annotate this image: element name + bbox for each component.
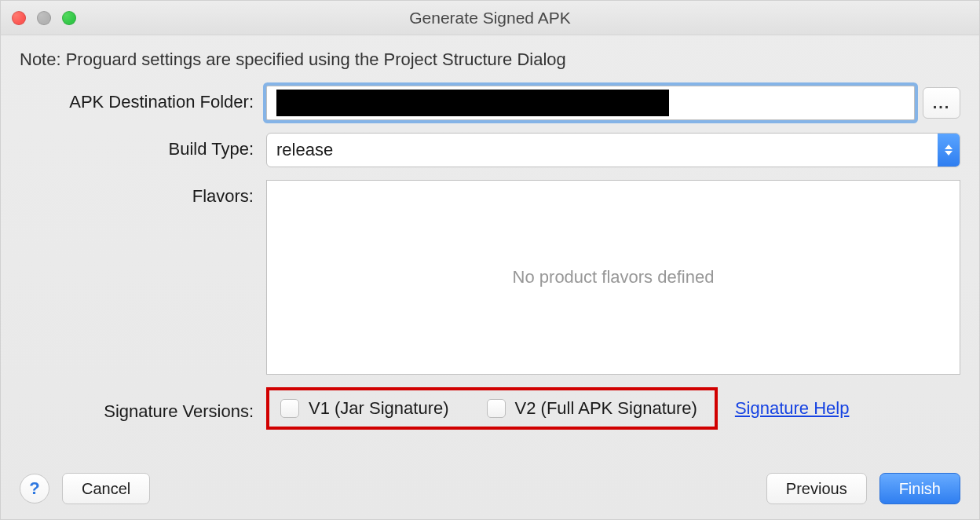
- minimize-window-icon[interactable]: [37, 11, 51, 25]
- chevron-updown-icon[interactable]: [938, 134, 960, 167]
- v1-checkbox[interactable]: V1 (Jar Signature): [280, 398, 449, 419]
- v1-label: V1 (Jar Signature): [309, 398, 449, 419]
- signature-versions-row: Signature Versions: V1 (Jar Signature) V…: [20, 387, 960, 430]
- build-type-label: Build Type:: [20, 133, 266, 159]
- window-title: Generate Signed APK: [1, 9, 979, 27]
- apk-folder-label: APK Destination Folder:: [20, 86, 266, 112]
- browse-button[interactable]: ...: [923, 87, 960, 119]
- flavors-listbox[interactable]: No product flavors defined: [266, 180, 960, 375]
- dialog-window: Generate Signed APK Note: Proguard setti…: [0, 0, 980, 520]
- help-button[interactable]: ?: [20, 474, 49, 504]
- flavors-row: Flavors: No product flavors defined: [20, 180, 960, 375]
- proguard-note: Note: Proguard settings are specified us…: [20, 49, 960, 70]
- cancel-button[interactable]: Cancel: [62, 473, 150, 504]
- window-controls: [12, 11, 76, 25]
- finish-button[interactable]: Finish: [879, 473, 960, 504]
- apk-folder-input[interactable]: [266, 86, 915, 120]
- signature-highlight: V1 (Jar Signature) V2 (Full APK Signatur…: [266, 387, 718, 430]
- flavors-label: Flavors:: [20, 180, 266, 207]
- signature-versions-label: Signature Versions:: [20, 395, 266, 422]
- apk-folder-row: APK Destination Folder: ...: [20, 86, 960, 120]
- signature-help-link[interactable]: Signature Help: [735, 398, 850, 419]
- v2-label: V2 (Full APK Signature): [515, 398, 697, 419]
- titlebar: Generate Signed APK: [1, 1, 979, 35]
- build-type-value: release: [276, 140, 333, 160]
- close-window-icon[interactable]: [12, 11, 26, 25]
- build-type-select[interactable]: release: [266, 133, 960, 167]
- zoom-window-icon[interactable]: [62, 11, 76, 25]
- dialog-footer: ? Cancel Previous Finish: [1, 458, 979, 519]
- checkbox-icon: [487, 399, 506, 418]
- v2-checkbox[interactable]: V2 (Full APK Signature): [487, 398, 697, 419]
- redacted-path: [276, 90, 669, 116]
- build-type-row: Build Type: release: [20, 133, 960, 167]
- flavors-empty-text: No product flavors defined: [513, 267, 715, 287]
- checkbox-icon: [280, 399, 299, 418]
- previous-button[interactable]: Previous: [766, 473, 867, 504]
